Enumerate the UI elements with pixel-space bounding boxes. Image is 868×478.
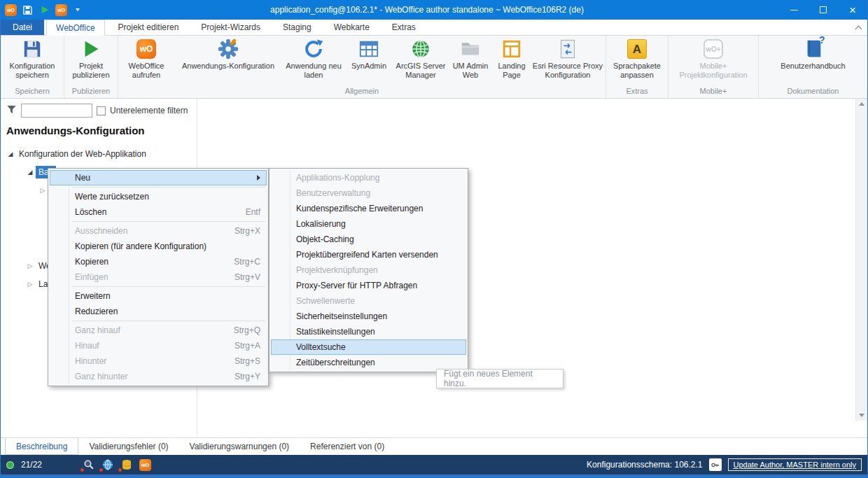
ribbon-group-speichern: Konfiguration speichern Speichern [1,36,64,98]
tab-validierungsfehler[interactable]: Validierungsfehler (0) [78,438,178,455]
menu-separator [72,321,265,321]
quick-weboffice-button[interactable] [55,4,67,16]
tab-staging[interactable]: Staging [274,20,321,35]
ribbon-button-synadmin[interactable]: SynAdmin [344,36,393,86]
submenu-item-volltextsuche[interactable]: Volltextsuche [271,339,466,355]
menu-item-kopieren-andere-konfiguration[interactable]: Kopieren (für andere Konfiguration) [50,239,267,254]
qat-dropdown-button[interactable] [71,3,85,17]
ribbon-button-benutzerhandbuch[interactable]: Benutzerhandbuch [772,36,855,86]
title-bar: application_config@106.2.1* - WebOffice … [1,0,867,20]
ribbon-group-extras: Sprachpakete anpassen Extras [606,36,668,98]
menu-item-loeschen[interactable]: Löschen Entf [50,204,267,220]
close-button[interactable] [838,0,867,20]
ribbon-button-mobile-projektkonfiguration: Mobile+ Projektkonfiguration [669,36,757,86]
menu-item-ganz-hinauf: Ganz hinauf Strg+Q [50,323,267,338]
proxy-icon [557,38,578,59]
expander-open-icon[interactable] [24,169,36,176]
tooltip: Fügt ein neues Element hinzu. [436,369,564,388]
ribbon-button-um-admin-web[interactable]: UM Admin Web [448,36,493,86]
menu-item-ganz-hinunter: Ganz hinunter Strg+Y [50,369,267,384]
tab-projekt-wizards[interactable]: Projekt-Wizards [192,20,270,35]
filter-funnel-icon [6,104,17,117]
search-status-icon[interactable] [83,459,94,471]
ribbon-button-esri-resource-proxy[interactable]: Esri Resource Proxy Konfiguration [531,36,605,86]
tab-webkarte[interactable]: Webkarte [325,20,379,35]
vertical-scrollbar[interactable] [855,99,867,421]
database-status-icon[interactable] [120,459,132,471]
status-bar: 21/22 Konfigurationsschema: 106.2.1 Upda… [1,455,867,478]
submenu-item-statistikeinstellungen[interactable]: Statistikeinstellungen [271,324,466,339]
menu-item-neu[interactable]: Neu [50,170,267,185]
window-title: application_config@106.2.1* - WebOffice … [85,5,769,15]
menu-item-erweitern[interactable]: Erweitern [50,288,267,304]
mobile-icon [703,38,724,59]
filter-input[interactable] [21,104,92,118]
submenu-item-lokalisierung[interactable]: Lokalisierung [271,216,466,232]
maximize-icon [820,6,827,13]
submenu-item-kundenspezifische-erweiterungen[interactable]: Kundenspezifische Erweiterungen [271,201,466,216]
ribbon-group-label: Dokumentation [760,86,867,98]
scroll-up-icon[interactable] [859,102,864,106]
menu-separator [72,187,265,188]
collapse-ribbon-button[interactable] [849,20,867,35]
key-icon[interactable] [709,458,722,471]
submenu-item-zeitueberschreitungen[interactable]: Zeitüberschreitungen [271,355,466,370]
submenu-item-projektuebergreifend-karten-versenden[interactable]: Projektübergreifend Karten versenden [271,247,466,262]
submenu-item-objekt-caching[interactable]: Objekt-Caching [271,232,466,247]
menu-separator [72,286,265,287]
ribbon-group-publizieren: Projekt publizieren Publizieren [64,36,118,98]
ribbon-group-label: Extras [607,86,667,98]
tab-weboffice[interactable]: WebOffice [46,20,105,36]
app-icon [5,4,17,16]
ribbon-button-anwendung-neu-laden[interactable]: Anwendung neu laden [283,36,344,86]
status-right: Konfigurationsschema: 106.2.1 Update Aut… [587,458,862,471]
status-ok-icon [6,461,14,469]
subelements-filter-label: Unterelemente filtern [110,106,188,115]
menu-item-ausschneiden: Ausschneiden Strg+X [50,223,267,239]
expander-closed-icon[interactable] [24,262,36,269]
ribbon-button-arcgis-server-manager[interactable]: ArcGIS Server Manager [393,36,448,86]
subelements-filter-checkbox[interactable] [97,106,106,115]
quick-save-button[interactable] [20,3,34,17]
tab-beschreibung[interactable]: Beschreibung [5,438,78,455]
tab-datei[interactable]: Datei [1,20,44,35]
ribbon-button-anwendungs-konfiguration[interactable]: Anwendungs-Konfiguration [174,36,283,86]
submenu-item-proxy-server-http[interactable]: Proxy-Server für HTTP Abfragen [271,278,466,293]
ribbon-button-weboffice-aufrufen[interactable]: WebOffice aufrufen [119,36,174,86]
scroll-down-icon[interactable] [859,414,864,417]
tab-projekt-editieren[interactable]: Projekt editieren [109,20,188,35]
ribbon-button-projekt-publizieren[interactable]: Projekt publizieren [65,36,117,86]
tab-referenziert-von[interactable]: Referenziert von (0) [300,438,395,455]
page-title: Anwendungs-Konfiguration [6,125,197,136]
language-icon [626,38,648,59]
expander-closed-icon[interactable] [37,187,48,194]
tab-validierungswarnungen[interactable]: Validierungswarnungen (0) [179,438,300,455]
quick-publish-button[interactable] [38,3,52,17]
minimize-button[interactable] [779,0,808,20]
menu-separator [72,221,265,222]
submenu-neu: Applikations-Kopplung Benutzerverwaltung… [269,168,468,372]
expander-closed-icon[interactable] [24,281,36,288]
reload-icon [303,38,324,59]
tab-extras[interactable]: Extras [383,20,425,35]
ribbon-button-landing-page[interactable]: Landing Page [493,36,531,86]
weboffice-status-icon[interactable] [139,459,151,471]
tree-item-web-applikation[interactable]: Konfiguration der Web-Applikation [1,145,197,163]
menu-item-werte-zuruecksetzen[interactable]: Werte zurücksetzen [50,189,267,204]
ribbon-button-konfiguration-speichern[interactable]: Konfiguration speichern [1,36,63,86]
menu-item-reduzieren[interactable]: Reduzieren [50,304,267,319]
play-icon [40,5,50,15]
menu-item-kopieren[interactable]: Kopieren Strg+C [50,254,267,269]
chevron-down-icon [76,8,80,11]
quick-access-toolbar [1,3,85,17]
menu-item-hinauf: Hinauf Strg+A [50,338,267,353]
update-link[interactable]: Update Author, MASTER intern only [728,458,862,471]
submenu-item-sicherheitseinstellungen[interactable]: Sicherheitseinstellungen [271,309,466,324]
submenu-item-schwellenwerte: Schwellenwerte [271,293,466,309]
maximize-button[interactable] [808,0,838,20]
ribbon-group-label: Speichern [1,86,63,98]
globe-icon [410,38,431,59]
ribbon-button-sprachpakete[interactable]: Sprachpakete anpassen [607,36,667,86]
expander-open-icon[interactable] [5,150,16,157]
web-status-icon[interactable] [102,459,113,471]
